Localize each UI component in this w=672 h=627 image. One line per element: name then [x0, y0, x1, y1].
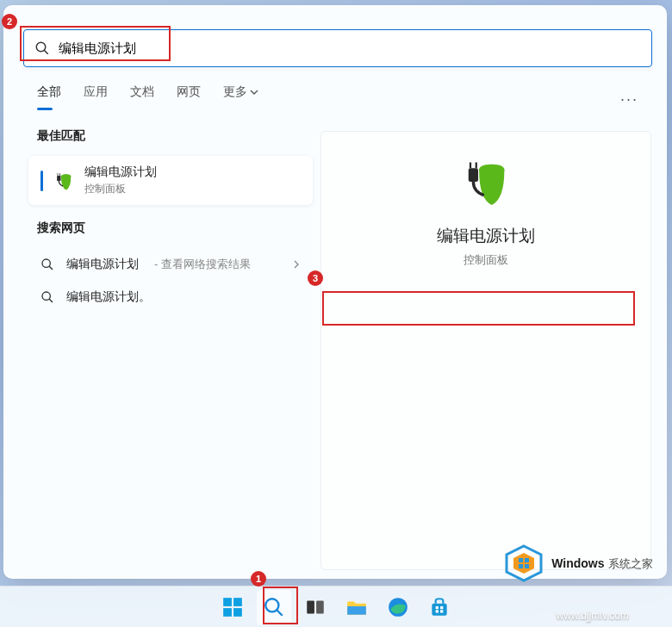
best-match-text: 编辑电源计划 控制面板: [84, 165, 157, 196]
svg-rect-21: [316, 600, 324, 613]
tab-documents[interactable]: 文档: [130, 84, 154, 107]
svg-rect-4: [58, 173, 59, 176]
selection-indicator: [40, 171, 43, 191]
task-view-icon: [304, 596, 327, 618]
svg-rect-24: [432, 603, 446, 615]
svg-rect-32: [525, 558, 529, 562]
svg-line-7: [49, 266, 53, 270]
svg-rect-13: [476, 163, 477, 169]
svg-marker-30: [513, 553, 534, 574]
svg-rect-16: [223, 608, 232, 617]
search-input[interactable]: [50, 41, 641, 56]
search-icon: [34, 40, 50, 56]
task-view-button[interactable]: [298, 590, 333, 624]
svg-rect-26: [440, 605, 443, 608]
tab-more[interactable]: 更多: [223, 84, 258, 107]
start-button[interactable]: [215, 590, 250, 624]
store-icon: [428, 596, 451, 618]
taskbar-search-button[interactable]: [257, 590, 291, 624]
tab-more-label: 更多: [223, 84, 247, 100]
ellipsis-icon: ···: [620, 90, 638, 108]
search-icon: [40, 290, 54, 304]
file-explorer-button[interactable]: [339, 590, 374, 624]
web-result-main: 编辑电源计划。: [66, 289, 151, 305]
search-icon: [263, 596, 285, 618]
svg-rect-20: [307, 600, 314, 613]
results-list: 最佳匹配 编辑电源计划 控制面板 搜索网页 编辑电源计划: [28, 128, 313, 314]
search-icon: [40, 258, 54, 271]
detail-title: 编辑电源计划: [437, 225, 535, 247]
web-result-main: 编辑电源计划: [66, 257, 139, 272]
svg-rect-11: [469, 168, 478, 182]
overflow-menu-button[interactable]: ···: [620, 90, 638, 109]
edge-icon: [387, 596, 409, 618]
svg-rect-3: [57, 175, 60, 180]
svg-rect-12: [470, 163, 471, 169]
filter-tabs: 全部 应用 文档 网页 更多: [37, 84, 258, 107]
svg-rect-34: [525, 564, 529, 568]
watermark-url: www.bjjmlv.com: [557, 610, 629, 622]
watermark: Windows 系统之家: [503, 543, 653, 584]
detail-subtitle: 控制面板: [464, 252, 508, 268]
watermark-brand2: 系统之家: [608, 557, 653, 570]
svg-rect-15: [233, 598, 242, 606]
svg-rect-17: [233, 608, 242, 617]
power-plan-icon-large: [455, 151, 517, 213]
edge-browser-button[interactable]: [381, 590, 415, 624]
svg-rect-22: [347, 605, 366, 614]
watermark-logo-icon: [503, 543, 544, 584]
svg-line-19: [277, 610, 283, 616]
svg-point-0: [36, 42, 46, 52]
section-best-match: 最佳匹配: [28, 128, 313, 144]
svg-rect-28: [440, 610, 443, 612]
chevron-down-icon: [250, 88, 258, 96]
watermark-text: Windows 系统之家: [551, 556, 653, 572]
folder-icon: [345, 596, 368, 618]
svg-rect-5: [59, 173, 60, 176]
best-match-result[interactable]: 编辑电源计划 控制面板: [28, 156, 313, 205]
callout-marker-2: 2: [2, 14, 17, 29]
tab-apps[interactable]: 应用: [84, 84, 108, 107]
svg-rect-14: [223, 598, 232, 606]
web-result-sub: - 查看网络搜索结果: [154, 257, 251, 272]
section-search-web: 搜索网页: [28, 220, 313, 236]
svg-rect-27: [436, 610, 439, 612]
svg-point-18: [265, 599, 278, 611]
callout-marker-3: 3: [308, 270, 323, 286]
search-bar[interactable]: [23, 29, 652, 67]
windows-logo-icon: [221, 596, 244, 618]
store-button[interactable]: [422, 590, 457, 624]
web-result-0[interactable]: 编辑电源计划 - 查看网络搜索结果: [28, 248, 313, 281]
best-match-subtitle: 控制面板: [84, 182, 157, 196]
svg-rect-31: [519, 558, 523, 562]
svg-rect-33: [519, 564, 523, 568]
power-plan-icon: [52, 169, 76, 193]
web-result-1[interactable]: 编辑电源计划。: [28, 281, 313, 314]
detail-pane: 编辑电源计划 控制面板: [320, 131, 651, 570]
svg-line-9: [49, 299, 53, 302]
svg-line-1: [44, 50, 48, 54]
search-results-panel: 全部 应用 文档 网页 更多 ··· 最佳匹配 编辑电源: [3, 5, 667, 579]
watermark-brand1: Windows: [551, 556, 604, 570]
callout-marker-1: 1: [251, 571, 266, 587]
svg-point-8: [42, 292, 50, 300]
best-match-title: 编辑电源计划: [84, 165, 157, 180]
tab-web[interactable]: 网页: [177, 84, 201, 107]
tab-all[interactable]: 全部: [37, 84, 61, 107]
svg-rect-25: [436, 605, 439, 608]
svg-point-6: [42, 259, 50, 267]
chevron-right-icon: [292, 260, 301, 269]
